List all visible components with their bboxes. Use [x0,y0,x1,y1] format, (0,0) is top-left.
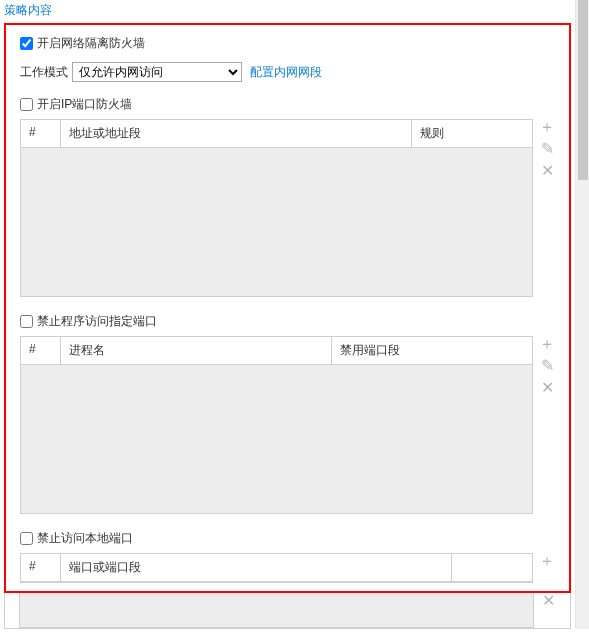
local-port-table: # 端口或端口段 [20,553,533,583]
scrollbar-thumb[interactable] [578,0,588,180]
add-icon[interactable]: ＋ [539,336,555,352]
program-port-checkbox[interactable] [20,315,33,328]
ip-port-section: 开启IP端口防火墙 # 地址或地址段 规则 ＋ ✎ ✕ [20,96,555,297]
delete-icon[interactable]: ✕ [540,593,556,609]
policy-content-header[interactable]: 策略内容 [0,0,575,23]
ip-col-address: 地址或地址段 [61,120,412,147]
add-icon[interactable]: ＋ [539,553,555,569]
lp-col-index: # [21,554,61,581]
config-intranet-link[interactable]: 配置内网网段 [250,64,322,81]
pp-col-index: # [21,337,61,364]
pp-table-body [21,365,532,513]
pp-col-process: 进程名 [61,337,332,364]
vertical-scrollbar[interactable] [575,0,589,629]
work-mode-label: 工作模式 [20,64,68,81]
local-port-section: 禁止访问本地端口 # 端口或端口段 ＋ [20,530,555,583]
program-port-label: 禁止程序访问指定端口 [37,313,157,330]
delete-icon[interactable]: ✕ [539,380,555,396]
edit-icon[interactable]: ✎ [539,358,555,374]
ip-port-checkbox[interactable] [20,98,33,111]
ip-col-rule: 规则 [412,120,532,147]
ip-port-label: 开启IP端口防火墙 [37,96,132,113]
program-port-section: 禁止程序访问指定端口 # 进程名 禁用端口段 ＋ ✎ ✕ [20,313,555,514]
add-icon[interactable]: ＋ [539,119,555,135]
edit-icon[interactable]: ✎ [539,141,555,157]
work-mode-select[interactable]: 仅允许内网访问 [72,62,242,82]
enable-firewall-checkbox[interactable] [20,37,33,50]
pp-col-port: 禁用端口段 [332,337,532,364]
local-port-label: 禁止访问本地端口 [37,530,133,547]
ip-port-table: # 地址或地址段 规则 [20,119,533,297]
enable-firewall-label: 开启网络隔离防火墙 [37,35,145,52]
delete-icon[interactable]: ✕ [539,163,555,179]
ip-col-index: # [21,120,61,147]
lp-col-empty [452,554,532,581]
policy-highlight-box: 开启网络隔离防火墙 工作模式 仅允许内网访问 配置内网网段 开启IP端口防火墙 … [4,23,571,593]
ip-table-body [21,148,532,296]
lp-table-body [20,593,533,627]
program-port-table: # 进程名 禁用端口段 [20,336,533,514]
local-port-checkbox[interactable] [20,532,33,545]
lp-col-port: 端口或端口段 [61,554,452,581]
